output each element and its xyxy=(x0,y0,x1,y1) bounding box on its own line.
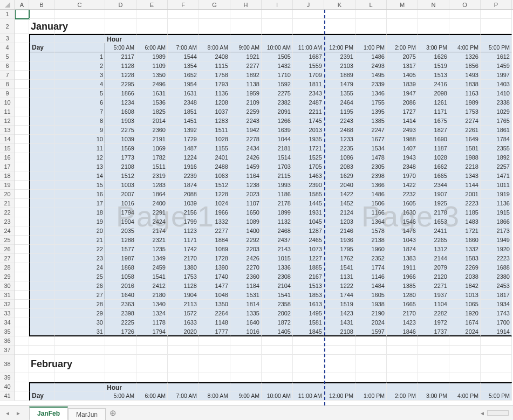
data-cell[interactable]: 2464 xyxy=(324,98,355,107)
data-cell[interactable]: 2086 xyxy=(387,98,418,107)
data-cell[interactable]: 2275 xyxy=(105,126,136,135)
data-cell[interactable]: 2143 xyxy=(262,245,293,254)
data-cell[interactable]: 1128 xyxy=(105,61,136,71)
data-cell[interactable]: 1512 xyxy=(105,171,136,181)
data-cell[interactable]: 2170 xyxy=(387,309,418,318)
row-header-20[interactable]: 20 xyxy=(0,190,15,199)
data-cell[interactable]: 1721 xyxy=(449,226,481,236)
col-header-N[interactable]: N xyxy=(418,0,449,9)
data-cell[interactable]: 1892 xyxy=(230,71,262,80)
row-header-22[interactable]: 22 xyxy=(0,208,15,217)
data-cell[interactable]: 1872 xyxy=(262,318,293,327)
data-cell[interactable]: 2115 xyxy=(262,171,293,181)
data-cell[interactable]: 1795 xyxy=(324,245,355,254)
sheet-tab[interactable]: JanFeb xyxy=(29,407,68,420)
data-cell[interactable]: 2023 xyxy=(230,190,262,199)
row-header-28[interactable]: 28 xyxy=(0,263,15,272)
data-cell[interactable]: 1782 xyxy=(136,153,168,162)
data-cell[interactable]: 1478 xyxy=(355,153,387,162)
data-cell[interactable]: 1916 xyxy=(168,162,199,171)
data-cell[interactable]: 1043 xyxy=(387,236,418,245)
data-cell[interactable]: 1942 xyxy=(230,126,262,135)
data-cell[interactable]: 1710 xyxy=(262,71,293,80)
data-cell[interactable]: 2174 xyxy=(136,226,168,236)
data-cell[interactable]: 1762 xyxy=(324,254,355,263)
data-cell[interactable]: 1423 xyxy=(387,318,418,327)
data-cell[interactable]: 2243 xyxy=(324,116,355,126)
data-cell[interactable]: 1727 xyxy=(387,107,418,116)
data-cell[interactable]: 1987 xyxy=(105,254,136,263)
data-cell[interactable]: 1920 xyxy=(449,309,481,318)
add-sheet-button[interactable]: ⊕ xyxy=(106,406,120,420)
data-cell[interactable]: 1793 xyxy=(199,80,230,89)
data-cell[interactable]: 1058 xyxy=(105,272,136,281)
data-cell[interactable]: 2401 xyxy=(199,153,230,162)
data-cell[interactable]: 2211 xyxy=(293,107,324,116)
data-cell[interactable]: 1742 xyxy=(168,245,199,254)
data-cell[interactable]: 1486 xyxy=(355,52,387,61)
data-cell[interactable]: 1423 xyxy=(324,309,355,318)
tab-nav-prev[interactable]: ◄ xyxy=(3,409,12,417)
data-cell[interactable]: 1989 xyxy=(136,52,168,61)
data-cell[interactable]: 1960 xyxy=(355,245,387,254)
data-cell[interactable]: 1104 xyxy=(418,300,449,309)
data-cell[interactable]: 1726 xyxy=(105,327,136,336)
data-cell[interactable]: 1608 xyxy=(105,107,136,116)
data-cell[interactable]: 1934 xyxy=(481,300,512,309)
data-cell[interactable]: 1677 xyxy=(355,135,387,144)
data-cell[interactable]: 1016 xyxy=(230,327,262,336)
data-cell[interactable]: 1931 xyxy=(293,208,324,217)
data-cell[interactable]: 1195 xyxy=(324,107,355,116)
row-header-16[interactable]: 16 xyxy=(0,153,15,162)
data-cell[interactable]: 1777 xyxy=(199,327,230,336)
data-cell[interactable]: 1773 xyxy=(105,153,136,162)
data-cell[interactable]: 1003 xyxy=(105,181,136,190)
data-cell[interactable]: 1892 xyxy=(481,153,512,162)
data-cell[interactable]: 1811 xyxy=(293,80,324,89)
col-header-O[interactable]: O xyxy=(449,0,481,9)
data-cell[interactable]: 1541 xyxy=(136,272,168,281)
data-cell[interactable]: 1639 xyxy=(262,126,293,135)
data-cell[interactable]: 2292 xyxy=(230,236,262,245)
data-cell[interactable]: 1903 xyxy=(105,116,136,126)
data-cell[interactable]: 1266 xyxy=(262,116,293,126)
data-cell[interactable]: 1044 xyxy=(262,135,293,144)
col-header-L[interactable]: L xyxy=(355,0,387,9)
data-cell[interactable]: 1743 xyxy=(481,309,512,318)
col-header-D[interactable]: D xyxy=(105,0,136,9)
data-cell[interactable]: 1148 xyxy=(199,318,230,327)
data-cell[interactable]: 2424 xyxy=(136,217,168,226)
row-header-39[interactable]: 39 xyxy=(0,373,15,382)
data-cell[interactable]: 2488 xyxy=(199,162,230,171)
data-cell[interactable]: 1487 xyxy=(168,144,199,153)
data-cell[interactable]: 1649 xyxy=(449,135,481,144)
data-cell[interactable]: 1069 xyxy=(136,144,168,153)
data-cell[interactable]: 1136 xyxy=(199,89,230,98)
row-header-35[interactable]: 35 xyxy=(0,327,15,336)
data-cell[interactable]: 2270 xyxy=(230,263,262,272)
data-cell[interactable]: 2180 xyxy=(136,291,168,300)
data-cell[interactable]: 1721 xyxy=(293,144,324,153)
data-cell[interactable]: 1904 xyxy=(105,217,136,226)
data-cell[interactable]: 1171 xyxy=(168,236,199,245)
data-cell[interactable]: 1505 xyxy=(262,52,293,61)
data-cell[interactable]: 2390 xyxy=(293,181,324,190)
data-cell[interactable]: 1317 xyxy=(387,61,418,71)
data-cell[interactable]: 1938 xyxy=(355,300,387,309)
data-cell[interactable]: 1765 xyxy=(481,116,512,126)
data-cell[interactable]: 2247 xyxy=(355,126,387,135)
data-cell[interactable]: 2338 xyxy=(481,98,512,107)
data-cell[interactable]: 1662 xyxy=(418,162,449,171)
data-cell[interactable]: 2191 xyxy=(136,135,168,144)
row-header-37[interactable]: 37 xyxy=(0,346,15,355)
data-cell[interactable]: 2014 xyxy=(136,116,168,126)
data-cell[interactable]: 1705 xyxy=(293,162,324,171)
data-cell[interactable]: 1866 xyxy=(105,89,136,98)
data-cell[interactable]: 2016 xyxy=(105,281,136,291)
data-cell[interactable]: 1511 xyxy=(136,162,168,171)
data-cell[interactable]: 1919 xyxy=(481,190,512,199)
data-cell[interactable]: 2380 xyxy=(481,272,512,281)
data-cell[interactable]: 2400 xyxy=(136,199,168,208)
data-cell[interactable]: 2088 xyxy=(168,190,199,199)
row-header-24[interactable]: 24 xyxy=(0,226,15,236)
